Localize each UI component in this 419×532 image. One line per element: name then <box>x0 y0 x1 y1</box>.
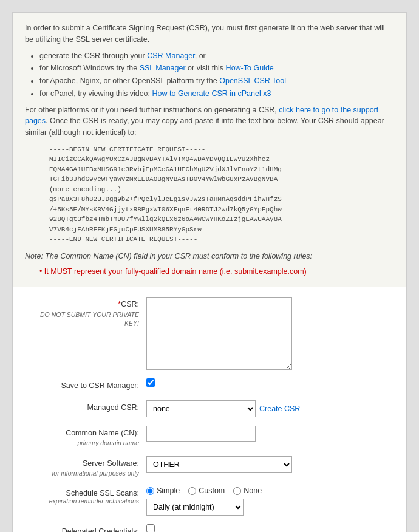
delegated-checkbox[interactable] <box>146 524 155 532</box>
common-name-label-text: Common Name (CN): <box>66 429 139 437</box>
schedule-none-text: None <box>244 486 262 495</box>
delegated-control <box>146 524 394 532</box>
schedule-none-radio[interactable] <box>233 487 241 495</box>
delegated-label: Delegated Credentials: <box>25 524 146 532</box>
server-software-label-text: Server Software: <box>83 459 139 468</box>
cpanel-link[interactable]: How to Generate CSR in cPanel x3 <box>152 89 271 98</box>
bullet-2: for Microsoft Windows try the SSL Manage… <box>39 63 394 74</box>
schedule-custom-radio[interactable] <box>188 487 196 495</box>
save-csr-control <box>146 378 394 387</box>
csr-sample: -----BEGIN NEW CERTIFICATE REQUEST----- … <box>49 145 394 245</box>
bullet-3: for Apache, Nginx, or other OpenSSL plat… <box>39 75 394 87</box>
further-text: For other platforms or if you need furth… <box>25 104 394 138</box>
save-csr-checkbox-wrap <box>146 378 155 387</box>
server-software-sublabel: for informational purposes only <box>25 469 139 478</box>
note-text: Note: The Common Name (CN) field in your… <box>25 251 394 262</box>
schedule-simple-radio[interactable] <box>146 487 154 495</box>
support-link[interactable]: click here to go to the support pages <box>25 106 378 126</box>
schedule-radio-group: Simple Custom None <box>146 486 262 495</box>
common-name-control <box>146 426 394 442</box>
csr-manager-link[interactable]: CSR Manager <box>147 52 195 60</box>
schedule-label-col: Schedule SSL Scans: expiration reminder … <box>25 486 146 505</box>
schedule-control: Simple Custom None Daily (at <box>146 486 394 516</box>
common-name-input[interactable] <box>146 426 256 442</box>
schedule-custom-text: Custom <box>199 486 225 495</box>
intro-text: In order to submit a Certificate Signing… <box>25 22 394 46</box>
ssl-manager-link[interactable]: SSL Manager <box>140 64 186 72</box>
bullet-1: generate the CSR through your CSR Manage… <box>39 50 394 62</box>
managed-csr-select[interactable]: none option1 option2 <box>146 400 256 417</box>
schedule-freq-select[interactable]: Daily (at midnight) Weekly Monthly <box>146 499 244 516</box>
server-software-control: OTHER Apache Nginx IIS cPanel <box>146 456 394 473</box>
create-csr-link[interactable]: Create CSR <box>259 404 300 413</box>
csr-textarea[interactable] <box>146 297 292 370</box>
managed-csr-control: none option1 option2 Create CSR <box>146 400 394 417</box>
schedule-simple-text: Simple <box>157 486 180 495</box>
bullet-4: for cPanel, try viewing this video: How … <box>39 88 394 100</box>
server-software-label: Server Software: for informational purpo… <box>25 456 146 478</box>
managed-csr-row: Managed CSR: none option1 option2 Create… <box>25 400 394 417</box>
schedule-none-label[interactable]: None <box>233 486 262 495</box>
schedule-row: Schedule SSL Scans: expiration reminder … <box>25 486 394 516</box>
delegated-row: Delegated Credentials: <box>25 524 394 532</box>
openssl-link[interactable]: OpenSSL CSR Tool <box>219 77 286 85</box>
common-name-row: Common Name (CN): primary domain name <box>25 426 394 448</box>
managed-csr-label: Managed CSR: <box>25 400 146 414</box>
save-csr-label: Save to CSR Manager: <box>25 378 146 392</box>
csr-label-text: *CSR: <box>118 300 139 309</box>
schedule-freq-wrap: Daily (at midnight) Weekly Monthly <box>146 499 262 516</box>
common-name-sublabel: primary domain name <box>25 438 139 448</box>
server-software-row: Server Software: for informational purpo… <box>25 456 394 478</box>
must-rule: It MUST represent your fully-qualified d… <box>39 266 394 278</box>
save-csr-checkbox[interactable] <box>146 378 155 387</box>
schedule-options-wrap: Simple Custom None Daily (at <box>146 486 262 516</box>
main-container: In order to submit a Certificate Signing… <box>12 12 407 532</box>
save-csr-row: Save to CSR Manager: <box>25 378 394 392</box>
schedule-custom-label[interactable]: Custom <box>188 486 225 495</box>
bullet-list: generate the CSR through your CSR Manage… <box>39 50 394 100</box>
schedule-label-text: Schedule SSL Scans: <box>66 489 139 497</box>
schedule-sublabel: expiration reminder notifications <box>49 497 139 505</box>
csr-sublabel: DO NOT SUBMIT YOUR PRIVATE KEY! <box>25 310 139 328</box>
info-box: In order to submit a Certificate Signing… <box>13 13 406 287</box>
csr-label: *CSR: DO NOT SUBMIT YOUR PRIVATE KEY! <box>25 297 146 328</box>
server-software-select[interactable]: OTHER Apache Nginx IIS cPanel <box>146 456 292 473</box>
csr-row: *CSR: DO NOT SUBMIT YOUR PRIVATE KEY! <box>25 297 394 370</box>
common-name-label: Common Name (CN): primary domain name <box>25 426 146 448</box>
form-section: *CSR: DO NOT SUBMIT YOUR PRIVATE KEY! Sa… <box>13 287 406 532</box>
howto-link[interactable]: How-To Guide <box>226 64 274 72</box>
schedule-simple-label[interactable]: Simple <box>146 486 180 495</box>
csr-control <box>146 297 394 370</box>
